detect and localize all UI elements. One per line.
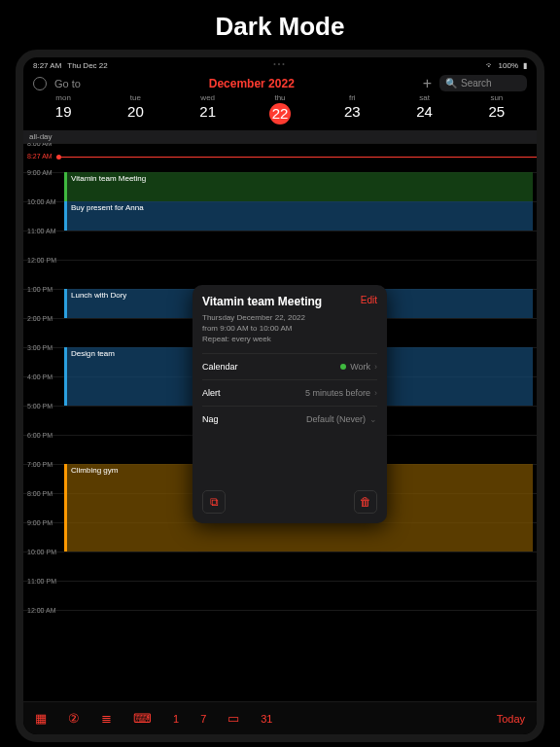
bottom-toolbar: ▦②≣⌨17▭31 Today bbox=[23, 701, 537, 734]
hour-label: 1:00 PM bbox=[27, 286, 52, 293]
day-of-week: mon bbox=[27, 93, 99, 102]
hour-label: 6:00 PM bbox=[27, 432, 52, 439]
search-placeholder: Search bbox=[461, 78, 492, 89]
hour-label: 2:00 PM bbox=[27, 315, 52, 322]
day-of-week: sun bbox=[461, 93, 533, 102]
toolbar-item-0[interactable]: ▦ bbox=[35, 711, 47, 726]
edit-button[interactable]: Edit bbox=[361, 295, 377, 305]
day-20[interactable]: tue20 bbox=[99, 93, 171, 124]
day-21[interactable]: wed21 bbox=[172, 93, 244, 124]
now-label: 8:27 AM bbox=[27, 153, 52, 160]
hour-row: 8:00 AM bbox=[23, 143, 537, 172]
day-number: 22 bbox=[269, 103, 291, 124]
row-value: 5 minutes before bbox=[305, 388, 370, 398]
chevron-icon: › bbox=[374, 362, 377, 372]
hour-label: 9:00 AM bbox=[27, 169, 52, 176]
hour-row: 10:00 PM bbox=[23, 551, 537, 581]
event-popover: Vitamin team Meeting Edit Thursday Decem… bbox=[192, 285, 387, 523]
toolbar-item-1[interactable]: ② bbox=[68, 711, 80, 726]
hour-label: 4:00 PM bbox=[27, 374, 52, 380]
calendar-dot-icon bbox=[340, 364, 346, 370]
day-number: 25 bbox=[461, 103, 533, 120]
day-25[interactable]: sun25 bbox=[461, 93, 533, 124]
hour-label: 11:00 PM bbox=[27, 578, 56, 585]
hour-label: 5:00 PM bbox=[27, 403, 52, 409]
hour-label: 7:00 PM bbox=[27, 461, 52, 468]
popover-row-alert[interactable]: Alert5 minutes before› bbox=[202, 379, 377, 406]
day-of-week: thu bbox=[244, 93, 316, 102]
day-24[interactable]: sat24 bbox=[388, 93, 460, 124]
week-days: mon19tue20wed21thu22fri23sat24sun25 bbox=[23, 93, 537, 130]
toolbar-item-6[interactable]: ▭ bbox=[228, 711, 239, 726]
row-label: Calendar bbox=[202, 362, 238, 372]
hour-row: 11:00 PM bbox=[23, 581, 537, 610]
day-of-week: fri bbox=[316, 93, 388, 102]
hour-label: 12:00 AM bbox=[27, 607, 56, 614]
day-number: 21 bbox=[172, 103, 244, 120]
day-19[interactable]: mon19 bbox=[27, 93, 99, 124]
hour-label: 9:00 PM bbox=[27, 519, 52, 526]
delete-button[interactable]: 🗑 bbox=[354, 490, 377, 514]
hour-label: 10:00 PM bbox=[27, 549, 56, 555]
now-indicator bbox=[60, 157, 537, 158]
day-number: 20 bbox=[99, 103, 171, 120]
row-label: Nag bbox=[202, 414, 219, 424]
row-value: Default (Never) bbox=[306, 414, 366, 424]
popover-row-nag[interactable]: NagDefault (Never)⌄ bbox=[202, 406, 377, 432]
popover-title: Vitamin team Meeting bbox=[202, 295, 322, 308]
month-label[interactable]: December 2022 bbox=[88, 77, 415, 90]
copy-button[interactable]: ⧉ bbox=[202, 490, 226, 514]
popover-repeat: Repeat: every week bbox=[202, 334, 377, 344]
chevron-icon: ⌄ bbox=[369, 414, 377, 424]
event-block[interactable]: Vitamin team Meeting bbox=[64, 172, 533, 201]
add-event-button[interactable]: + bbox=[423, 76, 432, 91]
today-button[interactable]: Today bbox=[497, 713, 525, 725]
popover-time: from 9:00 AM to 10:00 AM bbox=[202, 323, 377, 334]
day-of-week: sat bbox=[388, 93, 460, 102]
day-number: 19 bbox=[27, 103, 99, 120]
day-22[interactable]: thu22 bbox=[244, 93, 316, 124]
page-title: Dark Mode bbox=[0, 0, 560, 50]
popover-date: Thursday December 22, 2022 bbox=[202, 312, 377, 323]
tablet-frame: ••• 8:27 AM Thu Dec 22 ᯤ 100% ▮ Go to De… bbox=[16, 50, 544, 742]
event-block[interactable]: Buy present for Anna bbox=[64, 201, 533, 231]
tablet-notch: ••• bbox=[273, 60, 286, 67]
battery-icon: ▮ bbox=[523, 61, 527, 70]
day-23[interactable]: fri23 bbox=[316, 93, 388, 124]
toolbar-item-2[interactable]: ≣ bbox=[101, 711, 112, 726]
battery-percent: 100% bbox=[499, 61, 518, 70]
hour-row: 12:00 AM bbox=[23, 610, 537, 639]
clock-icon[interactable] bbox=[33, 77, 47, 90]
hour-label: 11:00 AM bbox=[27, 228, 56, 234]
allday-row: all-day bbox=[23, 130, 537, 143]
wifi-icon: ᯤ bbox=[486, 61, 494, 70]
hour-label: 3:00 PM bbox=[27, 344, 52, 351]
day-of-week: wed bbox=[172, 93, 244, 102]
status-date: Thu Dec 22 bbox=[67, 61, 107, 70]
hour-row: 11:00 AM bbox=[23, 231, 537, 260]
hour-label: 8:00 PM bbox=[27, 490, 52, 497]
popover-row-calendar[interactable]: CalendarWork› bbox=[202, 353, 377, 379]
day-number: 23 bbox=[316, 103, 388, 120]
search-icon: 🔍 bbox=[445, 78, 457, 89]
row-value: Work bbox=[350, 362, 370, 372]
chevron-icon: › bbox=[374, 388, 377, 398]
goto-button[interactable]: Go to bbox=[54, 78, 81, 89]
toolbar-item-5[interactable]: 7 bbox=[200, 713, 206, 725]
hour-label: 10:00 AM bbox=[27, 198, 56, 205]
day-of-week: tue bbox=[99, 93, 171, 102]
toolbar-item-4[interactable]: 1 bbox=[173, 713, 179, 725]
hour-label: 8:00 AM bbox=[27, 143, 52, 147]
toolbar-item-7[interactable]: 31 bbox=[261, 713, 272, 725]
toolbar-item-3[interactable]: ⌨ bbox=[133, 711, 152, 726]
search-field[interactable]: 🔍 Search bbox=[439, 75, 527, 91]
day-number: 24 bbox=[388, 103, 460, 120]
header: Go to December 2022 + 🔍 Search bbox=[23, 72, 537, 93]
hour-label: 12:00 PM bbox=[27, 257, 56, 264]
row-label: Alert bbox=[202, 388, 221, 398]
status-time: 8:27 AM bbox=[33, 61, 61, 70]
